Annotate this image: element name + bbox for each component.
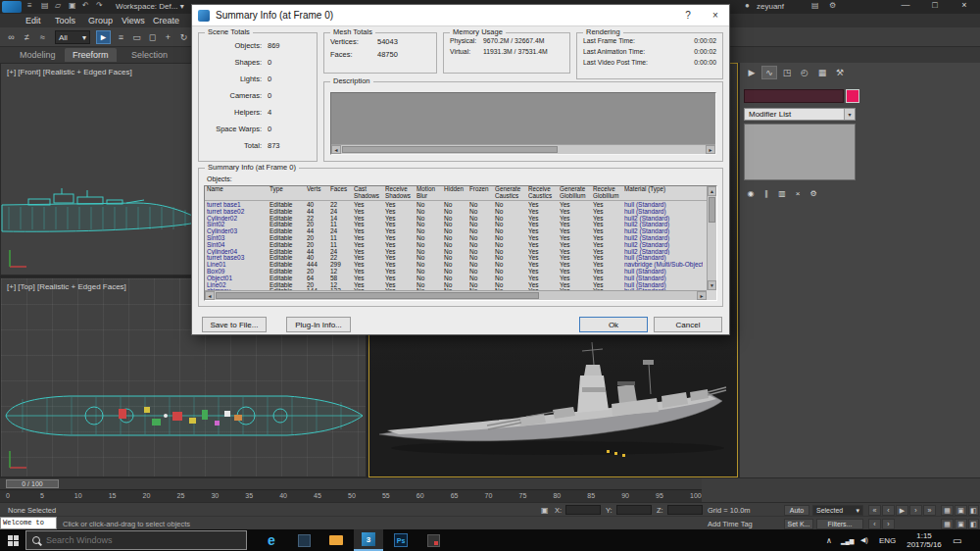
dialog-close-button[interactable]: ×	[702, 10, 729, 21]
notifications-icon[interactable]: ▤	[811, 1, 819, 10]
select-link-icon[interactable]: ∞	[4, 30, 19, 44]
table-horizontal-scrollbar[interactable]: ◄ ►	[205, 290, 707, 300]
tab-freeform[interactable]: Freeform	[65, 48, 117, 62]
column-header[interactable]: Material (Type)	[624, 186, 703, 200]
column-header[interactable]: Receive Shadows	[385, 186, 416, 200]
selection-lock-icon[interactable]: ▣	[541, 506, 549, 515]
zoom-extents-button[interactable]: ▣	[955, 519, 967, 529]
close-button[interactable]: ×	[953, 0, 976, 13]
column-header[interactable]: Hidden	[444, 186, 469, 200]
rotate-tool-icon[interactable]: ↻	[176, 30, 191, 44]
selection-filter-dropdown[interactable]: All▾	[55, 30, 90, 44]
tab-display-icon[interactable]: ▦	[814, 66, 830, 79]
object-color-swatch[interactable]	[846, 89, 859, 103]
y-input[interactable]	[616, 505, 652, 515]
maximize-button[interactable]: □	[923, 0, 947, 13]
table-vertical-scrollbar[interactable]: ▲ ▼	[707, 186, 716, 290]
tab-create-icon[interactable]: ▶	[744, 66, 760, 79]
tab-modify-icon[interactable]: ∿	[761, 66, 777, 79]
scroll-thumb[interactable]	[709, 197, 715, 223]
table-row[interactable]: Cylinder02Editable2214YesYesNoNoNoNoYesY…	[205, 216, 707, 223]
taskbar-app-2[interactable]	[289, 529, 318, 551]
modifier-list-dropdown[interactable]: Modifier List ▾	[744, 108, 856, 121]
volume-icon[interactable]: ◀)	[860, 529, 868, 551]
cancel-button[interactable]: Cancel	[654, 317, 722, 332]
column-header[interactable]: Receive GlobIllum	[593, 186, 624, 200]
scroll-down-icon[interactable]: ▼	[708, 280, 716, 290]
x-input[interactable]	[565, 505, 601, 515]
description-hscrollbar[interactable]: ◄ ►	[331, 144, 715, 154]
table-row[interactable]: Object01Editable6458YesYesNoNoNoNoYesYes…	[205, 276, 707, 282]
language-indicator[interactable]: ENG	[879, 529, 896, 551]
save-to-file-button[interactable]: Save to File...	[202, 317, 267, 332]
bind-spacewarp-icon[interactable]: ≈	[35, 30, 50, 44]
play-button[interactable]: ▶	[896, 505, 908, 516]
save-file-icon[interactable]: ▣	[69, 1, 76, 10]
go-start-button[interactable]: «	[868, 505, 881, 516]
table-row[interactable]: Sint04Editable2011YesYesNoNoNoNoYesYesYe…	[205, 242, 707, 249]
auto-key-button[interactable]: Auto	[784, 505, 809, 516]
table-row[interactable]: Line01Editable444299YesYesNoNoNoNoYesYes…	[205, 262, 707, 269]
table-row[interactable]: Cylinder03Editable4424YesYesNoNoNoNoYesY…	[205, 228, 707, 235]
prev-key-button[interactable]: ‹	[868, 519, 881, 529]
table-row[interactable]: turret base1Editable4022YesYesNoNoNoNoYe…	[205, 202, 707, 209]
app-logo-icon[interactable]	[2, 1, 22, 13]
prev-frame-button[interactable]: ‹	[882, 505, 895, 516]
scroll-left-icon[interactable]: ◄	[331, 145, 341, 154]
table-row[interactable]: Sint02Editable2011YesYesNoNoNoNoYesYesYe…	[205, 222, 707, 228]
set-key-button[interactable]: Set K...	[784, 519, 813, 529]
zoom-region-button[interactable]: ◧	[968, 519, 979, 529]
tab-motion-icon[interactable]: ◴	[797, 66, 812, 79]
signin-user[interactable]: zeyuanf	[757, 2, 784, 11]
tab-utilities-icon[interactable]: ⚒	[832, 66, 848, 79]
plugin-info-button[interactable]: Plug-In Info...	[286, 317, 351, 332]
column-header[interactable]: Frozen	[469, 186, 495, 200]
menu-group[interactable]: Group	[88, 16, 113, 25]
menu-edit[interactable]: Edit	[25, 16, 41, 25]
minimize-button[interactable]: —	[894, 0, 917, 13]
orbit-view-button[interactable]: ▦	[941, 519, 954, 529]
dialog-help-button[interactable]: ?	[674, 10, 702, 21]
object-name-field[interactable]	[744, 89, 844, 103]
window-crossing-icon[interactable]: ◻	[145, 30, 160, 44]
table-row[interactable]: Box09Editable2012YesYesNoNoNoNoYesYesYes…	[205, 269, 707, 276]
table-row[interactable]: Line02Editable2012YesYesNoNoNoNoYesYesYe…	[205, 282, 707, 289]
scroll-right-icon[interactable]: ►	[706, 145, 715, 154]
column-header[interactable]: Verts	[307, 186, 330, 200]
menu-views[interactable]: Views	[122, 16, 145, 25]
timeline-ruler[interactable]: 0510152025303540455055606570758085909510…	[0, 489, 702, 502]
next-key-button[interactable]: ›	[882, 519, 895, 529]
scroll-thumb[interactable]	[216, 292, 539, 299]
viewport-front-label[interactable]: [+] [Front] [Realistic + Edged Faces]	[7, 68, 132, 76]
remove-modifier-icon[interactable]: ×	[791, 187, 805, 200]
workspace-dropdown[interactable]: Workspace: Def... ▾	[116, 2, 184, 11]
add-time-tag[interactable]: Add Time Tag	[708, 520, 753, 528]
column-header[interactable]: Motion Blur	[416, 186, 444, 200]
show-end-result-icon[interactable]: ∥	[760, 187, 773, 200]
taskbar-file-explorer[interactable]	[321, 529, 351, 551]
tab-hierarchy-icon[interactable]: ◳	[779, 66, 795, 79]
configure-stack-icon[interactable]: ⚙	[807, 187, 820, 200]
table-row[interactable]: turret base02Editable4424YesYesNoNoNoNoY…	[205, 209, 707, 216]
ok-button[interactable]: Ok	[579, 317, 648, 332]
select-region-icon[interactable]: ▭	[129, 30, 144, 44]
unlink-icon[interactable]: ≠	[20, 30, 34, 44]
go-end-button[interactable]: »	[923, 505, 936, 516]
taskbar-search-input[interactable]	[46, 535, 213, 545]
column-header[interactable]: Faces	[330, 186, 354, 200]
grid-setting[interactable]: Grid = 10.0m	[708, 506, 751, 515]
taskbar-search[interactable]	[25, 530, 247, 550]
key-selection-dropdown[interactable]: Selected▾	[812, 505, 863, 516]
column-header[interactable]: Cast Shadows	[354, 186, 385, 200]
clock[interactable]: 1:15 2017/5/16	[902, 529, 947, 551]
maxscript-listener[interactable]: Welcome to	[0, 517, 57, 529]
next-frame-button[interactable]: ›	[909, 505, 922, 516]
tab-selection[interactable]: Selection	[123, 48, 175, 62]
key-filters-button[interactable]: Filters...	[816, 519, 863, 529]
move-tool-icon[interactable]: +	[161, 30, 175, 44]
pin-stack-icon[interactable]: ◉	[744, 187, 758, 200]
description-input[interactable]	[332, 94, 714, 143]
scroll-up-icon[interactable]: ▲	[708, 186, 716, 196]
time-slider-handle[interactable]: 0 / 100	[6, 479, 59, 488]
pan-view-button[interactable]: ◧	[968, 505, 979, 516]
